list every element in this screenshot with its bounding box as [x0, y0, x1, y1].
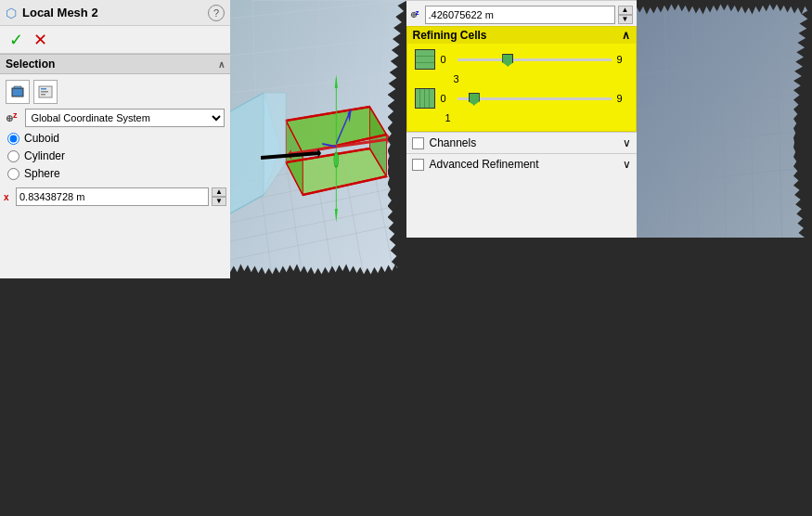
select-from-list-button[interactable] — [33, 80, 58, 104]
x-axis-label: x — [4, 192, 13, 202]
z-label-lower: z — [416, 8, 419, 17]
channels-expand-icon: ∨ — [623, 136, 631, 149]
slider2-track[interactable] — [458, 89, 612, 108]
coord-axes-icon: ⊕ — [6, 113, 13, 123]
left-panel-upper: ⬡ Local Mesh 2 ? ✓ ✕ Selection ∧ — [0, 0, 230, 278]
cuboid-radio-row: Cuboid — [6, 132, 225, 145]
svg-rect-3 — [41, 88, 46, 90]
x-spinner-up[interactable]: ▲ — [212, 187, 226, 197]
check-icon: ✓ — [9, 30, 23, 50]
selection-section-header[interactable]: Selection ∧ — [0, 54, 230, 74]
svg-rect-1 — [14, 86, 21, 88]
channels-section[interactable]: Channels ∨ — [406, 132, 637, 153]
selection-icon-row — [6, 80, 225, 104]
slider1-value: 3 — [454, 73, 459, 84]
viewport-upper[interactable] — [230, 0, 406, 278]
sphere-label[interactable]: Sphere — [24, 167, 60, 180]
svg-rect-4 — [41, 91, 48, 93]
window-title: Local Mesh 2 — [22, 6, 202, 19]
help-button[interactable]: ? — [208, 5, 225, 21]
cuboid-label[interactable]: Cuboid — [24, 132, 59, 145]
slider2-min: 0 — [441, 93, 452, 104]
viewport-lower[interactable] — [637, 0, 813, 238]
channels-checkbox[interactable] — [412, 137, 424, 149]
slider1-max: 9 — [617, 54, 628, 65]
mesh-icon-1 — [415, 49, 435, 70]
advanced-refinement-label-row: Advanced Refinement — [412, 158, 539, 171]
cancel-button[interactable]: ✕ — [30, 30, 50, 50]
sphere-radio-row: Sphere — [6, 167, 225, 180]
advanced-refinement-section[interactable]: Advanced Refinement ∨ — [406, 153, 637, 174]
z-spinner-down[interactable]: ▼ — [618, 15, 633, 24]
refining-cells-label: Refining Cells — [413, 29, 487, 42]
cross-icon: ✕ — [33, 30, 47, 50]
collapse-icon: ∧ — [218, 59, 225, 70]
slider2-value: 1 — [445, 112, 451, 123]
selection-label: Selection — [6, 58, 55, 71]
z-spinner: ▲ ▼ — [618, 6, 633, 24]
sphere-radio[interactable] — [7, 168, 19, 180]
svg-rect-5 — [41, 94, 45, 96]
refining-cells-section: Refining Cells ∧ 0 — [406, 26, 637, 132]
coord-system-dropdown[interactable]: Global Coordinate System — [25, 109, 226, 127]
confirm-button[interactable]: ✓ — [6, 30, 26, 50]
slider2-max: 9 — [617, 93, 628, 104]
slider-row-1: 0 9 — [415, 49, 628, 70]
slider2-value-row: 1 — [441, 112, 628, 123]
viewport-lower-svg — [637, 0, 813, 238]
cylinder-radio-row: Cylinder — [6, 149, 225, 162]
toolbar: ✓ ✕ — [0, 26, 230, 54]
svg-rect-0 — [12, 88, 23, 97]
left-panel-lower: ⊕ z ▲ ▼ Refining Cells ∧ — [406, 0, 637, 238]
refining-cells-header[interactable]: Refining Cells ∧ — [407, 27, 636, 44]
window-icon: ⬡ — [6, 6, 17, 20]
slider1-thumb[interactable] — [502, 54, 513, 67]
x-spinner: ▲ ▼ — [212, 187, 226, 206]
select-solid-button[interactable] — [6, 80, 30, 104]
advanced-refinement-checkbox[interactable] — [412, 159, 424, 171]
cylinder-radio[interactable] — [7, 150, 19, 162]
coord-system-row: ⊕ z Global Coordinate System — [6, 109, 225, 127]
x-value-row: x ▲ ▼ — [0, 186, 230, 208]
channels-label: Channels — [430, 136, 477, 149]
advanced-refinement-expand-icon: ∨ — [623, 158, 631, 171]
z-spinner-up[interactable]: ▲ — [618, 6, 633, 15]
slider-row-2: 0 9 — [415, 88, 628, 109]
x-value-input[interactable] — [16, 187, 209, 206]
x-spinner-down[interactable]: ▼ — [212, 197, 226, 206]
app-container: ⬡ Local Mesh 2 ? ✓ ✕ Selection ∧ — [0, 0, 812, 516]
refining-collapse-icon: ∧ — [622, 29, 630, 42]
slider1-value-row: 3 — [441, 73, 628, 84]
z-value-row: ⊕ z ▲ ▼ — [406, 0, 637, 26]
cuboid-radio[interactable] — [7, 133, 19, 145]
z-value-input[interactable] — [425, 6, 615, 24]
slider1-track[interactable] — [458, 50, 612, 69]
slider1-min: 0 — [441, 54, 452, 65]
viewport-upper-svg — [230, 0, 406, 278]
slider2-thumb[interactable] — [469, 93, 480, 106]
svg-rect-57 — [637, 0, 813, 238]
selection-content: ⊕ z Global Coordinate System Cuboid Cyli… — [0, 74, 230, 186]
z-subscript: z — [13, 110, 18, 120]
cylinder-label[interactable]: Cylinder — [24, 149, 65, 162]
mesh-icon-2 — [415, 88, 435, 109]
channels-label-row: Channels — [412, 136, 477, 149]
title-bar: ⬡ Local Mesh 2 ? — [0, 0, 230, 26]
advanced-refinement-label: Advanced Refinement — [430, 158, 539, 171]
